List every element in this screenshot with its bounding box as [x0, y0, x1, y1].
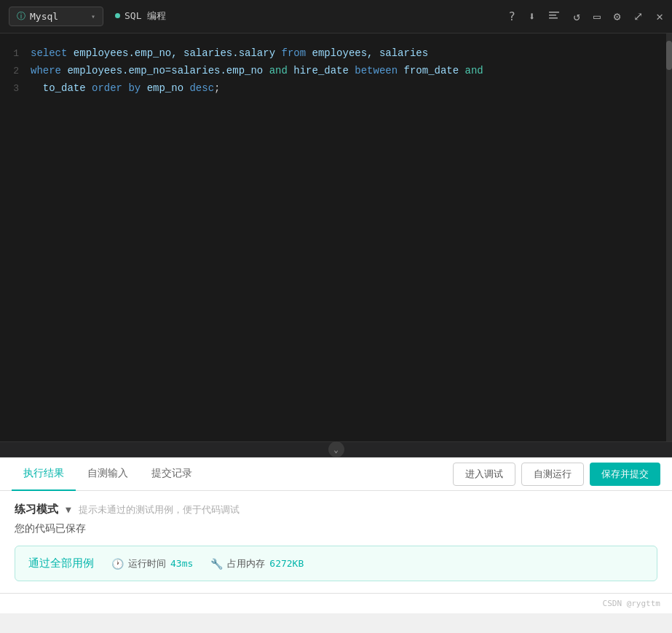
collapse-icon[interactable]: ⌄ [328, 441, 344, 457]
code-token: employees.emp_no, salaries.salary [67, 47, 281, 59]
mem-stat: 🔧 占用内存 6272KB [210, 557, 304, 570]
code-line: 3 to_date order by emp_no desc; [0, 80, 672, 98]
mode-hint: 提示未通过的测试用例，便于代码调试 [79, 503, 240, 516]
svg-rect-0 [549, 12, 559, 13]
line-code: to_date order by emp_no desc; [31, 80, 220, 98]
debug-button[interactable]: 进入调试 [453, 463, 515, 486]
code-token: ; [214, 82, 220, 94]
bottom-tab[interactable]: 自测输入 [76, 457, 140, 491]
toolbar: ⓘ Mysql ▾ SQL 编程 ? ⬇ ↺ ▭ ⚙ ⤢ ✕ [0, 0, 672, 34]
line-number: 2 [0, 63, 31, 79]
code-token: select [31, 47, 67, 59]
bottom-panel: 执行结果自测输入提交记录进入调试自测运行保存并提交 练习模式 ▼ 提示未通过的测… [0, 457, 672, 593]
memory-icon: 🔧 [210, 558, 223, 570]
chevron-down-icon: ▾ [91, 12, 95, 20]
submit-button[interactable]: 保存并提交 [590, 463, 660, 486]
mem-label: 占用内存 [227, 557, 265, 570]
mode-dropdown-icon[interactable]: ▼ [66, 504, 71, 515]
mem-value: 6272KB [269, 558, 304, 569]
toolbar-icons: ? ⬇ ↺ ▭ ⚙ ⤢ ✕ [508, 9, 663, 24]
time-value: 43ms [170, 558, 193, 569]
editor-content: 1select employees.emp_no, salaries.salar… [0, 34, 672, 109]
code-token: to_date [31, 82, 92, 94]
code-token: emp_no [141, 82, 189, 94]
selftest-button[interactable]: 自测运行 [521, 463, 584, 486]
resize-handle[interactable]: ⌄ [0, 441, 672, 457]
close-icon[interactable]: ✕ [656, 9, 663, 23]
footer: CSDN @rygttm [0, 593, 672, 613]
refresh-icon[interactable]: ↺ [573, 9, 580, 23]
db-selector[interactable]: ⓘ Mysql ▾ [9, 7, 103, 26]
saved-message: 您的代码已保存 [15, 522, 657, 535]
format-icon[interactable] [548, 9, 560, 24]
code-token: between [355, 65, 398, 76]
svg-rect-2 [549, 17, 558, 19]
code-token: hire_date [288, 65, 355, 76]
mode-label: 练习模式 [15, 503, 58, 516]
db-name-label: Mysql [30, 11, 87, 22]
clock-icon: 🕐 [111, 558, 124, 570]
code-token: order by [92, 82, 141, 94]
line-number: 3 [0, 81, 31, 97]
bottom-tab[interactable]: 提交记录 [140, 457, 204, 491]
help-icon[interactable]: ? [508, 9, 515, 23]
settings-icon[interactable]: ⚙ [614, 9, 621, 23]
sql-tab-label: SQL 编程 [124, 9, 166, 23]
line-code: where employees.emp_no=salaries.emp_no a… [31, 63, 483, 80]
window-icon[interactable]: ▭ [593, 9, 601, 23]
sql-tab[interactable]: SQL 编程 [103, 5, 178, 28]
code-token: from_date [398, 65, 465, 76]
editor-scrollbar[interactable] [666, 34, 672, 441]
code-line: 1select employees.emp_no, salaries.salar… [0, 45, 672, 63]
tab-dot [115, 13, 120, 18]
code-token: and [269, 65, 288, 76]
code-token: where [31, 65, 61, 76]
code-token: from [281, 47, 306, 59]
time-label: 运行时间 [128, 557, 166, 570]
code-editor[interactable]: 1select employees.emp_no, salaries.salar… [0, 34, 672, 441]
line-code: select employees.emp_no, salaries.salary… [31, 45, 428, 63]
time-stat: 🕐 运行时间 43ms [111, 557, 193, 570]
editor-scrollbar-thumb [666, 41, 672, 70]
bottom-tabs-row: 执行结果自测输入提交记录进入调试自测运行保存并提交 [0, 457, 672, 491]
bottom-tab[interactable]: 执行结果 [12, 457, 76, 491]
bottom-content: 练习模式 ▼ 提示未通过的测试用例，便于代码调试 您的代码已保存 通过全部用例 … [0, 491, 672, 593]
result-box: 通过全部用例 🕐 运行时间 43ms 🔧 占用内存 6272KB [15, 546, 657, 581]
code-token: employees.emp_no=salaries.emp_no [61, 65, 269, 76]
expand-icon[interactable]: ⤢ [633, 9, 643, 23]
code-token: employees, salaries [306, 47, 428, 59]
db-icon: ⓘ [17, 10, 25, 23]
footer-text: CSDN @rygttm [603, 599, 660, 608]
code-token: desc [189, 82, 214, 94]
pass-label: 通过全部用例 [28, 557, 94, 570]
code-line: 2where employees.emp_no=salaries.emp_no … [0, 63, 672, 80]
download-icon[interactable]: ⬇ [529, 9, 536, 23]
code-token: and [465, 65, 483, 76]
svg-rect-1 [549, 15, 556, 16]
line-number: 1 [0, 46, 31, 62]
mode-row: 练习模式 ▼ 提示未通过的测试用例，便于代码调试 [15, 503, 657, 516]
